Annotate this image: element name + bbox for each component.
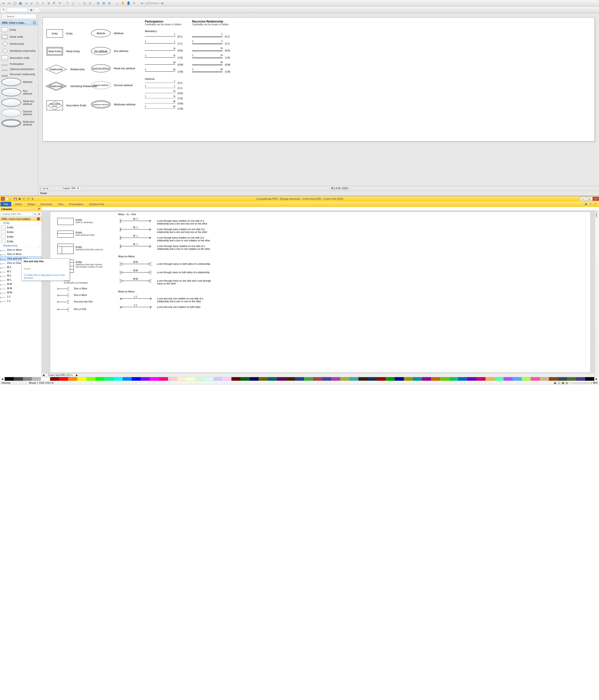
cardinality-line[interactable]: 1M	[192, 71, 223, 74]
lib-tree-icon[interactable]: ☰	[37, 212, 41, 216]
lib-item-rel-11[interactable]: 1:1	[0, 295, 42, 299]
tool-connector2[interactable]: ↙	[29, 1, 34, 6]
panel-grid[interactable]: ▦	[29, 7, 34, 12]
entity-box-3[interactable]	[57, 244, 74, 254]
color-swatch[interactable]	[286, 377, 295, 381]
minimize-button[interactable]: —	[580, 197, 587, 201]
color-swatch[interactable]	[41, 377, 50, 381]
color-swatch[interactable]	[331, 377, 340, 381]
shape-multivalue-attr[interactable]: Multivalue attribute	[91, 100, 111, 108]
search-input[interactable]	[2, 14, 36, 19]
shape-derived-attr[interactable]: Derived attribute	[91, 81, 111, 89]
cardinality-line[interactable]: 11	[145, 88, 175, 91]
zoom-out-2[interactable]: −	[569, 382, 571, 384]
color-swatch[interactable]	[486, 377, 495, 381]
pages-tab[interactable]: Pages	[595, 211, 598, 219]
tool-align1[interactable]: ⫼	[82, 1, 87, 6]
tool-connector1[interactable]: ↘	[23, 1, 29, 6]
color-swatch[interactable]	[313, 377, 322, 381]
sidebar-item-id-relationship[interactable]: Identifying relationship	[0, 47, 38, 54]
view-icon-4[interactable]: ⊞	[565, 381, 569, 385]
menu-shape[interactable]: Shape	[25, 203, 38, 205]
cardinality-line[interactable]: 1N	[145, 98, 175, 101]
entity-box-2[interactable]	[57, 231, 74, 238]
page-tab[interactable]: Crow's foot ERD (1/1) ▾	[45, 373, 75, 377]
canvas-area-1[interactable]: Participations Cardinality can be shown …	[38, 13, 599, 196]
rel-line-short-1[interactable]	[57, 295, 69, 296]
sidebar-item-opt-participation[interactable]: Optional participation	[0, 67, 38, 72]
color-swatch[interactable]	[23, 377, 32, 381]
color-swatch[interactable]	[349, 377, 359, 381]
entity-box-1[interactable]	[57, 218, 74, 225]
cardinality-line[interactable]: 1M	[145, 108, 175, 111]
close-tag-icon[interactable]: ×	[37, 218, 40, 220]
qat-redo[interactable]: ↷	[26, 197, 30, 201]
file-menu[interactable]: File	[0, 202, 11, 206]
rel-line-m1-2[interactable]: M: 1a one through many notation on one s…	[120, 238, 151, 238]
menu-home[interactable]: Home	[12, 203, 25, 205]
color-swatch[interactable]	[86, 377, 96, 381]
shape-entity[interactable]: Entity	[47, 29, 63, 38]
tool-oval[interactable]: ◯	[12, 1, 17, 6]
color-swatch[interactable]	[14, 377, 23, 381]
zoom-slider[interactable]	[145, 3, 159, 4]
lib-item-rel-9[interactable]: M:M	[0, 286, 42, 290]
tool-align2[interactable]: ⫻	[87, 1, 93, 6]
sidebar-item-participation[interactable]: Participation	[0, 61, 38, 67]
color-swatch[interactable]	[476, 377, 486, 381]
cardinality-line[interactable]: N	[192, 50, 223, 53]
lib-item-entity-0[interactable]: Entity	[0, 225, 42, 230]
color-swatch[interactable]	[413, 377, 422, 381]
color-swatch[interactable]	[522, 377, 531, 381]
lib-item-rel-8[interactable]: M:M	[0, 282, 42, 286]
qat-undo[interactable]: ↶	[22, 197, 26, 201]
sidebar-item-entity[interactable]: Entity	[0, 26, 38, 33]
tool-chart1[interactable]: ⧉	[96, 1, 101, 6]
rel-line-m1-3[interactable]: M: 1a zero through many notation on one …	[120, 246, 151, 246]
lib-search-input[interactable]	[0, 212, 32, 216]
color-swatch[interactable]	[50, 377, 59, 381]
lib-item-rel-12[interactable]: 1:1	[0, 299, 42, 303]
tool-grid[interactable]: ▦	[18, 1, 23, 6]
help-icon[interactable]: ?	[589, 202, 593, 206]
toolbar-search-box[interactable]	[7, 8, 28, 12]
color-swatch[interactable]	[422, 377, 431, 381]
lib-item-entity-2[interactable]: Entity	[0, 234, 42, 239]
tool-chart2[interactable]: ⊞	[101, 1, 106, 6]
tool-edit[interactable]: ✎	[57, 1, 62, 6]
cardinality-line[interactable]: 1N	[192, 57, 223, 60]
color-swatch[interactable]	[395, 377, 404, 381]
cardinality-line[interactable]: N	[145, 50, 175, 53]
color-swatch[interactable]	[132, 377, 141, 381]
lib-tag[interactable]: ERD, crow's foot notation×	[0, 217, 42, 221]
color-swatch[interactable]	[540, 377, 549, 381]
shape-weak-key-attr[interactable]: Weak key attribute	[91, 65, 111, 72]
zoom-in[interactable]: ⊕	[160, 1, 165, 6]
tool-dropper[interactable]: ✎	[131, 1, 137, 6]
color-swatch[interactable]	[68, 377, 77, 381]
color-swatch[interactable]	[213, 377, 223, 381]
maximize-button[interactable]: ◻	[586, 197, 593, 201]
cardinality-line[interactable]: 1	[192, 36, 223, 39]
sidebar-item-derived-attr[interactable]: Derived attribute	[0, 108, 38, 118]
color-swatch[interactable]	[558, 377, 567, 381]
cardinality-line[interactable]: 11	[192, 43, 223, 46]
color-swatch[interactable]	[449, 377, 459, 381]
shape-weak-entity[interactable]: Weak Entity	[47, 47, 63, 55]
panel-btn1[interactable]: ☰	[1, 7, 6, 12]
menu-view[interactable]: View	[55, 203, 66, 205]
qat-save[interactable]: 💾	[14, 197, 17, 201]
color-swatch[interactable]	[250, 377, 259, 381]
color-swatch[interactable]	[59, 377, 68, 381]
pin-icon[interactable]: 📌	[37, 208, 40, 210]
rel-line-mm-0[interactable]: M:Ma zero through many on both sides of …	[120, 264, 151, 264]
window-icon[interactable]: ▣	[584, 202, 588, 206]
zoom-in-2[interactable]: +	[591, 382, 592, 384]
close-button[interactable]: ✕	[593, 197, 599, 201]
rel-line-m1-0[interactable]: M: 1a one through many notation on one s…	[120, 221, 151, 221]
view-icon-3[interactable]: ▦	[561, 381, 565, 385]
qat-more[interactable]: ▾	[30, 197, 34, 201]
color-swatch[interactable]	[140, 377, 150, 381]
shape-key-attr[interactable]: Key attribute	[91, 47, 111, 55]
rel-line-oo-1[interactable]: 1:1a one and only one notation on both s…	[120, 307, 151, 307]
